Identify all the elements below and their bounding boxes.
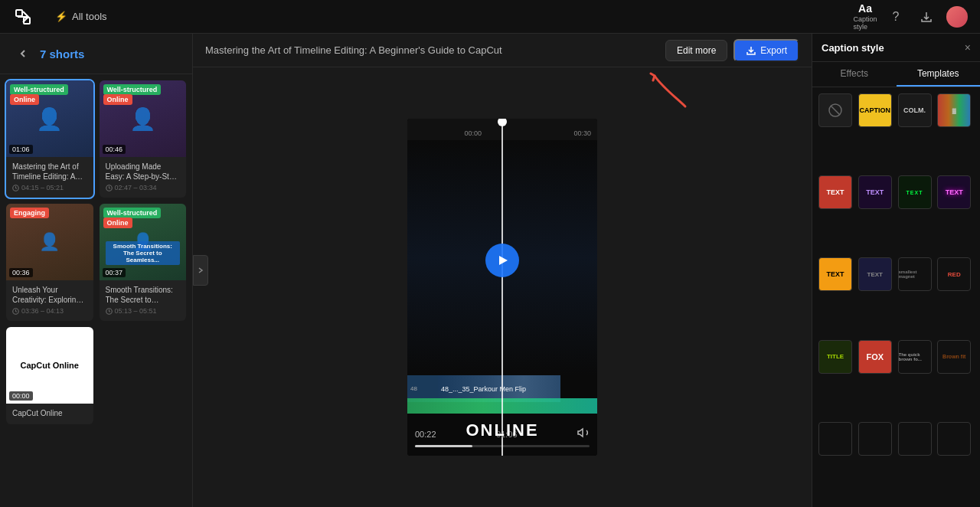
caption-style-nav-label: Caption style (853, 15, 877, 31)
caption-style-matrix[interactable]: TEXT (898, 175, 932, 209)
no-style-icon (828, 103, 843, 118)
video-screen: 00:00 00:30 (407, 119, 597, 456)
chevron-right-icon (197, 267, 204, 274)
arrow-indicator (647, 72, 693, 113)
caption-style-dark-1[interactable] (818, 422, 852, 456)
caption-style-dark-3[interactable] (898, 422, 932, 456)
header-actions: Edit more Export (665, 39, 799, 62)
caption-style-purple[interactable]: TEXT (858, 175, 892, 209)
back-button[interactable] (12, 43, 34, 64)
collapse-button[interactable] (193, 255, 208, 286)
list-item[interactable]: 👤 Well-structured Online 01:06 Mastering… (6, 80, 93, 198)
style-label: TEXT (906, 190, 923, 195)
back-icon (17, 47, 29, 60)
style-label: Brown fit (942, 354, 965, 359)
clock-icon (106, 308, 113, 315)
caption-style-dark-4[interactable] (937, 422, 971, 456)
caption-style-multi[interactable]: ▓ (937, 93, 971, 127)
caption-style-quick-brown[interactable]: The quick brown fo... (898, 340, 932, 374)
export-button[interactable]: Export (733, 39, 799, 62)
tab-templates[interactable]: Templates (897, 62, 981, 87)
style-label: TEXT (867, 271, 883, 278)
caption-style-dark-purple[interactable]: TEXT (858, 257, 892, 291)
download-button[interactable] (916, 6, 937, 28)
sidebar-title: 7 shorts (40, 47, 84, 61)
caption-style-yellow[interactable]: CAPTION (858, 93, 892, 127)
list-item[interactable]: 👤 Well-structured Online 00:46 Uploading… (100, 80, 187, 198)
timeline-time-left: 00:00 (464, 129, 482, 137)
caption-style-fox[interactable]: FOX (858, 340, 892, 374)
timeline-bar (501, 119, 503, 456)
edit-more-button[interactable]: Edit more (665, 40, 727, 61)
well-structured-badge: Well-structured (103, 84, 162, 95)
caption-style-none[interactable] (818, 93, 852, 127)
style-label: smallest magnet (899, 270, 931, 279)
caption-style-nav-button[interactable]: Aa Caption style (854, 6, 876, 28)
style-label: TEXT (866, 188, 884, 196)
caption-overlay: Smooth Transitions: The Secret to Seamle… (106, 241, 181, 265)
all-tools-label: All tools (72, 11, 107, 22)
caption-style-red[interactable]: TEXT (818, 175, 852, 209)
clock-icon (106, 185, 113, 191)
duration-label: 00:00 (9, 391, 33, 401)
well-structured-badge: Well-structured (103, 208, 162, 218)
caption-style-red-title[interactable]: RED (937, 257, 971, 291)
content-area: Mastering the Art of Timeline Editing: A… (193, 34, 812, 507)
caption-panel-title: Caption style (822, 42, 884, 54)
caption-style-orange[interactable]: TEXT (818, 257, 852, 291)
tab-effects[interactable]: Effects (812, 62, 897, 87)
style-label: ▓ (952, 108, 956, 113)
short-info: Mastering the Art of Timeline Editing: A… (6, 157, 93, 198)
arrow-svg (647, 72, 693, 110)
help-button[interactable]: ? (885, 6, 906, 28)
style-label: TEXT (826, 188, 844, 196)
duration-label: 01:06 (9, 145, 33, 154)
online-badge: Online (10, 94, 39, 105)
main-layout: 7 shorts 👤 Well-structured Online (0, 34, 980, 507)
engaging-badge: Engaging (10, 208, 49, 218)
short-thumbnail: CapCut Online 00:00 (6, 327, 93, 404)
short-info: Unleash Your Creativity: Exploring the M… (6, 280, 93, 321)
caption-style-small-text[interactable]: smallest magnet (898, 257, 932, 291)
well-structured-badge: Well-structured (10, 84, 68, 95)
caption-style-lime[interactable]: TITLE (818, 340, 852, 374)
help-icon: ? (893, 10, 900, 24)
style-label: The quick brown fo... (899, 352, 931, 361)
caption-style-brown-fit[interactable]: Brown fit (937, 340, 971, 374)
list-item[interactable]: 👤 Smooth Transitions: The Secret to Seam… (100, 204, 187, 321)
style-label: COLM. (903, 106, 926, 114)
list-item[interactable]: 👤 Engaging 00:36 Unleash Your Creativity… (6, 204, 93, 321)
shorts-grid: 👤 Well-structured Online 01:06 Mastering… (6, 80, 186, 424)
user-avatar[interactable] (946, 6, 968, 28)
caption-style-dark[interactable]: COLM. (898, 93, 932, 127)
app-logo[interactable] (12, 6, 34, 28)
short-thumbnail: 👤 Well-structured Online 01:06 (6, 80, 93, 157)
short-title: Unleash Your Creativity: Exploring the M… (12, 285, 87, 305)
play-button[interactable] (485, 244, 519, 277)
caption-styles-grid: CAPTION COLM. ▓ TEXT TEXT TEXT TEXT (812, 87, 980, 507)
duration-label: 00:37 (103, 268, 126, 277)
clock-icon (12, 185, 19, 191)
caption-panel-close-button[interactable]: × (965, 41, 971, 54)
short-title: Smooth Transitions: The Secret to Seamle… (106, 285, 181, 305)
caption-style-panel: Caption style × Effects Templates CAPTIO… (812, 34, 980, 507)
short-title: CapCut Online (12, 408, 87, 418)
sidebar-collapse-arrow[interactable] (193, 255, 208, 286)
style-label: TITLE (827, 353, 844, 360)
all-tools-icon: ⚡ (55, 11, 67, 22)
all-tools-button[interactable]: ⚡ All tools (49, 8, 113, 25)
caption-tabs: Effects Templates (812, 62, 980, 87)
caption-style-neon[interactable]: TEXT (937, 175, 971, 209)
short-time: 04:15 – 05:21 (12, 184, 87, 191)
style-label: TEXT (826, 270, 844, 278)
top-navigation: ⚡ All tools Aa Caption style ? (0, 0, 980, 34)
caption-style-dark-2[interactable] (858, 422, 892, 456)
short-title: Mastering the Art of Timeline Editing: A… (12, 162, 87, 182)
list-item[interactable]: CapCut Online 00:00 CapCut Online (6, 327, 93, 424)
caption-panel-header: Caption style × (812, 34, 980, 62)
short-thumbnail: 👤 Well-structured Online 00:46 (100, 80, 187, 157)
play-icon (495, 254, 509, 267)
short-info: Smooth Transitions: The Secret to Seamle… (100, 280, 187, 321)
sidebar-header: 7 shorts (0, 34, 192, 74)
nav-icons-group: Aa Caption style ? (854, 6, 968, 28)
